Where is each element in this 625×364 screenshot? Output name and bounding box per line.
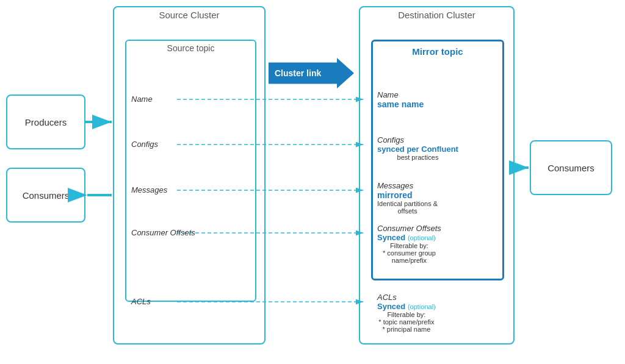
source-consumer-offsets-label: Consumer Offsets bbox=[131, 228, 195, 237]
cluster-link-shape: Cluster link bbox=[269, 58, 354, 88]
mirror-topic-title: Mirror topic bbox=[371, 44, 504, 57]
mirror-configs-italic: Configs bbox=[377, 135, 458, 145]
cluster-link-label: Cluster link bbox=[275, 68, 321, 78]
producers-label: Producers bbox=[25, 117, 67, 127]
mirror-acls-synced: Synced (optional) bbox=[377, 302, 436, 311]
source-topic-title: Source topic bbox=[125, 40, 256, 53]
producers-box: Producers bbox=[6, 95, 85, 149]
mirror-consumer-offsets-row: Consumer Offsets Synced (optional) Filte… bbox=[377, 224, 441, 264]
mirror-acls-small: Filterable by:* topic name/prefix* princ… bbox=[377, 311, 436, 333]
dest-cluster-title: Destination Cluster bbox=[359, 6, 515, 20]
mirror-consumer-offsets-italic: Consumer Offsets bbox=[377, 224, 441, 233]
mirror-messages-bold: mirrored bbox=[377, 190, 438, 200]
source-configs-label: Configs bbox=[131, 140, 158, 149]
cluster-link-arrow: Cluster link bbox=[266, 55, 357, 91]
mirror-configs-row: Configs synced per Confluent best practi… bbox=[377, 135, 458, 161]
source-messages-label: Messages bbox=[131, 185, 167, 194]
mirror-name-bold: same name bbox=[377, 99, 424, 109]
mirror-consumer-offsets-small: Filterable by:* consumer groupname/prefi… bbox=[377, 242, 441, 264]
mirror-messages-italic: Messages bbox=[377, 181, 438, 190]
diagram: Source Cluster Source topic Destination … bbox=[0, 0, 625, 364]
source-acls-label: ACLs bbox=[131, 297, 151, 306]
mirror-name-italic: Name bbox=[377, 90, 424, 99]
mirror-configs-bold: synced per Confluent bbox=[377, 145, 458, 154]
mirror-messages-small: Identical partitions &offsets bbox=[377, 200, 438, 215]
mirror-configs-small: best practices bbox=[377, 154, 458, 161]
consumers-right-label: Consumers bbox=[547, 163, 594, 173]
mirror-consumer-offsets-synced: Synced (optional) bbox=[377, 233, 441, 242]
consumers-left-label: Consumers bbox=[23, 190, 70, 201]
mirror-messages-row: Messages mirrored Identical partitions &… bbox=[377, 181, 438, 215]
source-name-label: Name bbox=[131, 95, 153, 104]
consumers-left-box: Consumers bbox=[6, 168, 85, 223]
mirror-acls-italic: ACLs bbox=[377, 293, 436, 302]
source-topic-box bbox=[125, 40, 256, 302]
source-cluster-title: Source Cluster bbox=[113, 6, 266, 20]
mirror-name-row: Name same name bbox=[377, 90, 424, 109]
mirror-acls-row: ACLs Synced (optional) Filterable by:* t… bbox=[377, 293, 436, 333]
consumers-right-box: Consumers bbox=[530, 140, 612, 195]
